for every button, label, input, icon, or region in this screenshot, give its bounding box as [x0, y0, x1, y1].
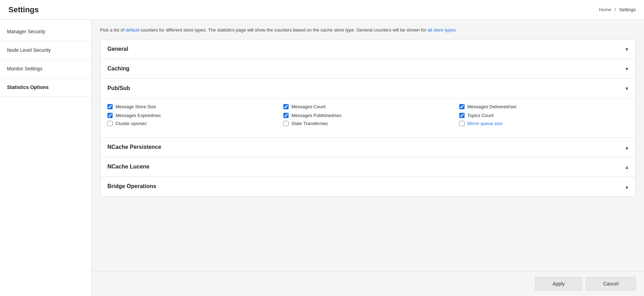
sidebar-item-node-level-security[interactable]: Node Level Security [0, 41, 91, 60]
message-store-size-label[interactable]: Message Store Size [115, 104, 156, 109]
message-store-size-checkbox[interactable] [107, 104, 113, 109]
checkbox-messages-count: Messages Count [283, 104, 452, 109]
footer-buttons: Apply Cancel [92, 271, 644, 296]
info-text: Pick a list of default counters for diff… [100, 27, 636, 34]
topics-count-checkbox[interactable] [459, 113, 465, 118]
state-transfer-sec-label[interactable]: State Transfer/sec [291, 121, 328, 126]
cancel-button[interactable]: Cancel [586, 277, 636, 290]
chevron-down-icon: ▾ [625, 85, 628, 92]
checkbox-topics-count: Topics Count [459, 113, 628, 118]
accordion-title-caching: Caching [107, 66, 129, 72]
sidebar-item-label: Monitor Settings [7, 66, 42, 71]
sidebar-item-statistics-options[interactable]: Statistics Options [0, 78, 91, 97]
checkbox-cluster-ops-sec: Cluster ops/sec [107, 121, 276, 126]
accordion-ncache-persistence: NCache Persistence ▴ [100, 138, 636, 157]
breadcrumb-home[interactable]: Home [599, 7, 611, 12]
sidebar-item-label: Manager Security [7, 29, 45, 34]
accordion-header-ncache-persistence[interactable]: NCache Persistence ▴ [100, 138, 635, 157]
chevron-up-icon: ▴ [625, 183, 628, 190]
sidebar: Manager Security Node Level Security Mon… [0, 20, 92, 296]
sidebar-item-monitor-settings[interactable]: Monitor Settings [0, 60, 91, 78]
pubsub-checked-grid: Message Store Size Messages Count Messag… [107, 104, 628, 118]
app-header: Settings Home / Settings [0, 0, 644, 20]
accordion-bridge-operations: Bridge Operations ▴ [100, 177, 636, 197]
accordion-pubsub: Pub/Sub ▾ Message Store Size Messages Co… [100, 79, 636, 138]
state-transfer-sec-checkbox[interactable] [283, 121, 289, 126]
messages-delivered-sec-checkbox[interactable] [459, 104, 465, 109]
sidebar-item-label: Node Level Security [7, 47, 51, 53]
breadcrumb-current: Settings [619, 7, 636, 12]
accordion-title-general: General [107, 46, 128, 52]
topics-count-label[interactable]: Topics Count [467, 113, 494, 118]
sidebar-item-label: Statistics Options [7, 84, 49, 90]
messages-published-sec-checkbox[interactable] [283, 113, 289, 118]
checkbox-messages-published-sec: Messages Published/sec [283, 113, 452, 118]
highlight-default: default [126, 27, 139, 33]
highlight-all-store-types: all store types [427, 27, 455, 33]
messages-published-sec-label[interactable]: Messages Published/sec [291, 113, 342, 118]
accordion-header-general[interactable]: General ▾ [100, 40, 635, 59]
messages-expired-sec-label[interactable]: Messages Expired/sec [115, 113, 161, 118]
apply-button[interactable]: Apply [535, 277, 582, 290]
accordion-general: General ▾ [100, 39, 636, 59]
pubsub-body: Message Store Size Messages Count Messag… [100, 98, 635, 137]
messages-count-label[interactable]: Messages Count [291, 104, 326, 109]
chevron-up-icon: ▴ [625, 164, 628, 170]
accordion-header-bridge-operations[interactable]: Bridge Operations ▴ [100, 177, 635, 196]
page-title: Settings [8, 5, 39, 14]
cluster-ops-sec-checkbox[interactable] [107, 121, 113, 126]
accordion-title-ncache-lucene: NCache Lucene [107, 164, 149, 170]
checkbox-state-transfer-sec: State Transfer/sec [283, 121, 452, 126]
accordion-title-ncache-persistence: NCache Persistence [107, 144, 161, 150]
checkbox-messages-delivered-sec: Messages Delivered/sec [459, 104, 628, 109]
breadcrumb-separator: / [615, 7, 616, 12]
main-layout: Manager Security Node Level Security Mon… [0, 20, 644, 296]
mirror-queue-size-checkbox[interactable] [459, 121, 465, 126]
messages-delivered-sec-label[interactable]: Messages Delivered/sec [467, 104, 517, 109]
pubsub-unchecked-grid: Cluster ops/sec State Transfer/sec Mirro… [107, 121, 628, 126]
checkbox-messages-expired-sec: Messages Expired/sec [107, 113, 276, 118]
chevron-down-icon: ▾ [625, 46, 628, 53]
accordion-header-pubsub[interactable]: Pub/Sub ▾ [100, 79, 635, 98]
messages-expired-sec-checkbox[interactable] [107, 113, 113, 118]
chevron-down-icon: ▾ [625, 66, 628, 72]
accordion-title-bridge-operations: Bridge Operations [107, 183, 156, 190]
sidebar-item-manager-security[interactable]: Manager Security [0, 22, 91, 41]
chevron-up-icon: ▴ [625, 144, 628, 151]
accordion-title-pubsub: Pub/Sub [107, 85, 130, 91]
mirror-queue-size-label[interactable]: Mirror queue size [467, 121, 502, 126]
accordion-caching: Caching ▾ [100, 59, 636, 79]
accordion-header-caching[interactable]: Caching ▾ [100, 59, 635, 78]
messages-count-checkbox[interactable] [283, 104, 289, 109]
main-content: Pick a list of default counters for diff… [92, 20, 644, 296]
breadcrumb: Home / Settings [599, 7, 636, 12]
accordion-ncache-lucene: NCache Lucene ▴ [100, 157, 636, 177]
checkbox-mirror-queue-size: Mirror queue size [459, 121, 628, 126]
accordion-header-ncache-lucene[interactable]: NCache Lucene ▴ [100, 157, 635, 177]
checkbox-message-store-size: Message Store Size [107, 104, 276, 109]
cluster-ops-sec-label[interactable]: Cluster ops/sec [115, 121, 147, 126]
